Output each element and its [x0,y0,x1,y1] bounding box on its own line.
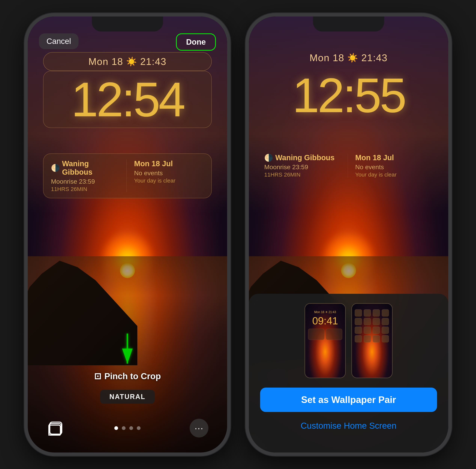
moon-widget-header: 🌗 Waning Gibbous [51,159,121,176]
volume-up-button[interactable] [24,69,27,97]
done-button[interactable]: Done [176,34,216,51]
app-icon-9 [355,327,362,334]
wallpaper-previews: Mon 18 ☀ 21:43 09:41 [260,303,437,378]
homescreen-preview[interactable] [351,303,393,378]
phone2-calendar-date-title: Mon 18 Jul [355,153,433,162]
moon-icon: 🌗 [51,164,60,172]
volume-down-button[interactable] [24,103,27,131]
app-icon-7 [373,318,380,325]
preview-widget-row [307,329,343,340]
preview-date-time: Mon 18 ☀ 21:43 [307,310,343,314]
phone2-moon-icon: 🌗 [264,154,273,162]
lockscreen-preview-inner: Mon 18 ☀ 21:43 09:41 [305,304,345,378]
more-icon: ··· [194,423,204,434]
crop-icon: ⊡ [94,371,101,381]
photos-icon [48,421,63,436]
cancel-button[interactable]: Cancel [39,34,79,49]
app-icon-3 [373,309,380,317]
silent-switch [24,50,27,65]
preview-date: Mon 18 [314,310,324,314]
calendar-widget[interactable]: Mon 18 Jul No events Your day is clear [132,159,204,192]
app-icon-4 [382,309,389,317]
phone2-clock-widget: 12:55 [292,71,405,120]
phones-container: Cancel Done Mon 18 ☀️ 21:43 12:54 🌗 [0,0,476,469]
app-icon-1 [355,309,362,317]
moonrise-text: Moonrise 23:59 [51,178,121,185]
app-icon-11 [373,327,380,334]
phone2-date-label: Mon 18 [310,52,344,63]
notch [92,17,163,32]
sun-icon: ☀️ [126,56,137,67]
phone2-moon-widget-header: 🌗 Waning Gibbous [264,153,342,162]
phone2-calendar-clear-text: Your day is clear [355,171,433,178]
app-icon-6 [364,318,371,325]
calendar-date-title: Mon 18 Jul [134,159,204,168]
moon-hours-text: 11HRS 26MIN [51,186,121,192]
preview-widget-1 [308,329,324,340]
filter-label: NATURAL [110,393,145,401]
dot-4 [137,426,141,430]
pinch-label: Pinch to Crop [104,371,161,381]
preview-widget-2 [326,329,342,340]
phone2-moonrise-text: Moonrise 23:59 [264,163,342,171]
calendar-clear-text: Your day is clear [134,177,204,184]
pinch-text: ⊡ Pinch to Crop [94,371,161,381]
green-arrow-icon [116,334,139,367]
phone-1-screen: Cancel Done Mon 18 ☀️ 21:43 12:54 🌗 [28,17,227,452]
date-bar: Mon 18 ☀️ 21:43 [43,52,212,71]
dot-1 [114,426,118,430]
photos-button[interactable] [47,419,65,437]
phone2-moon-hours-text: 11HRS 26MIN [264,171,342,178]
power-button[interactable] [228,82,231,120]
phone2-silent-switch [245,50,248,65]
phone2-sun-icon: ☀️ [347,53,358,63]
phone2-moon-widget-title: Waning Gibbous [275,153,334,162]
dot-2 [122,426,126,430]
lockscreen-preview[interactable]: Mon 18 ☀ 21:43 09:41 [304,303,346,378]
phone2-moon-widget: 🌗 Waning Gibbous Moonrise 23:59 11HRS 26… [264,153,348,178]
app-icon-8 [382,318,389,325]
phone2-volume-up-button[interactable] [245,69,248,97]
app-icon-16 [382,335,389,342]
phone2-date-bar: Mon 18 ☀️ 21:43 [310,52,388,63]
app-icon-5 [355,318,362,325]
date-label: Mon 18 [88,56,123,67]
phone2-clock-display: 12:55 [292,71,405,120]
moon-widget-title: Waning Gibbous [62,159,121,176]
preview-time-val: 21:43 [329,310,336,314]
phone2-volume-down-button[interactable] [245,103,248,131]
phone-2-screen: Mon 18 ☀️ 21:43 12:55 🌗 Waning Gibbous M… [249,17,448,452]
widgets-area[interactable]: 🌗 Waning Gibbous Moonrise 23:59 11HRS 26… [43,153,212,198]
phone2-time-label: 21:43 [361,52,388,63]
app-icon-12 [382,327,389,334]
phone2-calendar-widget: Mon 18 Jul No events Your day is clear [353,153,433,178]
phone2-notch [313,17,384,32]
phone2-calendar-events-text: No events [355,163,433,171]
date-time-display: Mon 18 ☀️ 21:43 [51,56,204,67]
phone2-power-button[interactable] [449,82,452,120]
app-icon-10 [364,327,371,334]
dot-3 [129,426,133,430]
clock-widget[interactable]: 12:54 [43,71,212,128]
clock-display: 12:54 [49,75,206,124]
bottom-sheet: Mon 18 ☀ 21:43 09:41 [249,294,448,452]
homescreen-preview-inner [352,304,392,378]
bottom-toolbar: ··· [28,419,227,437]
preview-sun: ☀ [325,310,329,314]
set-wallpaper-button[interactable]: Set as Wallpaper Pair [260,387,437,412]
phone2-widgets-area: 🌗 Waning Gibbous Moonrise 23:59 11HRS 26… [264,153,433,178]
phone-1: Cancel Done Mon 18 ☀️ 21:43 12:54 🌗 [24,13,231,456]
phone2-date-time-display: Mon 18 ☀️ 21:43 [310,52,388,63]
more-button[interactable]: ··· [190,419,208,437]
calendar-events-text: No events [134,169,204,177]
pinch-indicator: ⊡ Pinch to Crop [94,334,161,381]
filter-pill[interactable]: NATURAL [100,390,155,404]
app-icon-15 [373,335,380,342]
app-icon-14 [364,335,371,342]
moon-widget[interactable]: 🌗 Waning Gibbous Moonrise 23:59 11HRS 26… [51,159,127,192]
app-icon-2 [364,309,371,317]
app-icon-13 [355,335,362,342]
phone-2: Mon 18 ☀️ 21:43 12:55 🌗 Waning Gibbous M… [245,13,452,456]
page-dots [114,426,141,430]
customise-homescreen-button[interactable]: Customise Home Screen [260,418,437,434]
